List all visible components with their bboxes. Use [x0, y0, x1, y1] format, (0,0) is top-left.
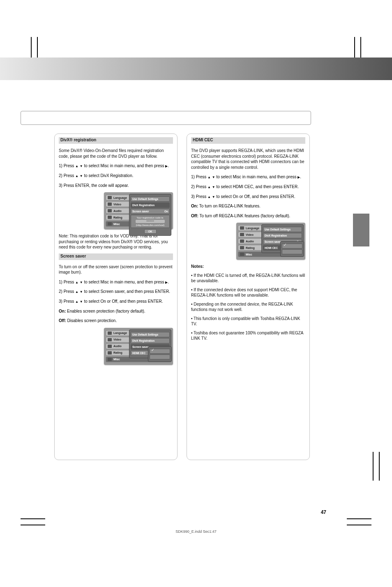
- t: This function is only compatible with To…: [191, 316, 300, 327]
- t: Language: [113, 196, 127, 199]
- t: Your registration code is:: [132, 216, 168, 219]
- t: to select DivX Registration.: [83, 173, 134, 178]
- step-text: 3) Press to select On or Off, and then p…: [59, 299, 173, 304]
- t: 3) Press: [191, 194, 208, 199]
- heading-text: Screen saver: [59, 254, 86, 258]
- up-icon: [75, 173, 78, 178]
- osd-option-off[interactable]: [282, 249, 302, 254]
- header-gradient: [0, 58, 392, 80]
- t: 2) Press: [191, 184, 208, 189]
- t: to select On or Off, and then press ENTE…: [215, 194, 295, 199]
- option-text: On: Enables screen protection (factory d…: [59, 308, 173, 314]
- heading-bar: Screen saver: [59, 253, 173, 260]
- osd-panel: Language Video Audio Rating Misc Use Def…: [236, 223, 305, 260]
- step-text: 1) Press to select Misc in main menu, an…: [59, 163, 173, 169]
- t: HDMI CEC: [265, 246, 278, 249]
- t: DivX Registration: [132, 204, 154, 207]
- osd-option-off[interactable]: [150, 355, 170, 359]
- down-icon: [80, 299, 83, 304]
- note-item: • If the HDMI CEC is turned off, the REG…: [191, 273, 305, 284]
- tab-icon: [108, 216, 112, 219]
- note-item: • Toshiba does not guarantee 100% compat…: [191, 330, 305, 341]
- t: Rating: [246, 246, 255, 249]
- t: Audio: [113, 209, 122, 212]
- t: 1) Press: [191, 175, 208, 179]
- osd-panel: Language Video Audio Rating Misc Use Def…: [104, 328, 173, 365]
- osd-code-box: Your registration code is: ******** (Htt…: [131, 215, 170, 228]
- t: Off:: [59, 318, 66, 323]
- osd-submenu: [148, 346, 172, 362]
- t: Misc: [246, 253, 252, 256]
- page: DivX® registration Some DivX® Video-On-D…: [0, 0, 392, 587]
- ok-button[interactable]: OK: [144, 229, 157, 234]
- down-icon: [80, 280, 83, 284]
- tab-icon: [240, 246, 244, 249]
- note-item: • Depending on the connected device, the…: [191, 302, 305, 313]
- t: If the HDMI CEC is turned off, the REGZA…: [191, 273, 305, 283]
- option-text: On: To turn on REGZA-LINK features.: [191, 203, 305, 209]
- note-item: • This function is only compatible with …: [191, 316, 305, 327]
- down-icon: [80, 289, 83, 294]
- tab-icon: [240, 239, 244, 243]
- t: Use Default Settings: [265, 228, 291, 231]
- down-icon: [212, 184, 215, 189]
- t: Screen saver: [265, 240, 281, 243]
- tab-icon: [108, 358, 112, 361]
- osd-row: DivX Registration: [263, 233, 302, 238]
- down-icon: [212, 175, 215, 179]
- t: Depending on the connected device, the R…: [191, 302, 293, 312]
- osd-panel: Language Video Audio Rating Misc Use Def…: [104, 192, 173, 229]
- tab-icon: [108, 222, 112, 226]
- tab-icon: [108, 331, 112, 335]
- osd-option-on[interactable]: [150, 349, 170, 354]
- t: Use Default Settings: [132, 333, 158, 336]
- t: Screen saver: [132, 345, 149, 348]
- heading-bar: DivX® registration: [59, 137, 173, 144]
- content-columns: DivX® registration Some DivX® Video-On-D…: [54, 134, 310, 460]
- tab-icon: [108, 196, 112, 199]
- t: Use Default Settings: [132, 198, 158, 200]
- down-icon: [80, 163, 83, 168]
- t: 1) Press: [59, 163, 75, 168]
- step-text: 2) Press to select DivX Registration.: [59, 173, 173, 179]
- tab-icon: [108, 345, 112, 348]
- tab-icon: [240, 226, 244, 230]
- osd-popup: Use Default Settings DivX Registration S…: [261, 224, 304, 253]
- t: Toshiba does not guarantee 100% compatib…: [191, 331, 303, 341]
- up-icon: [208, 184, 211, 189]
- t: On:: [191, 204, 198, 208]
- tab-icon: [108, 209, 112, 212]
- tab-icon: [108, 338, 112, 341]
- t: If the connected device does not support…: [191, 288, 297, 298]
- code-mask: ********: [136, 220, 165, 223]
- down-icon: [212, 194, 215, 199]
- down-icon: [80, 173, 83, 178]
- crop-mark: [379, 452, 380, 481]
- osd-option-on[interactable]: [282, 244, 302, 249]
- right-icon: [165, 280, 168, 284]
- t: Enables screen protection (factory defau…: [66, 309, 145, 313]
- notes-heading: Notes:: [191, 264, 305, 269]
- t: 2) Press: [59, 173, 75, 178]
- crop-mark: [347, 525, 371, 525]
- t: 2) Press: [59, 289, 75, 294]
- tab-icon: [240, 233, 244, 236]
- side-tab: [353, 214, 369, 246]
- note-item: • If the connected device does not suppo…: [191, 287, 305, 298]
- t: Misc: [113, 358, 120, 361]
- section-title-box: [21, 111, 311, 125]
- t: Audio: [113, 345, 122, 348]
- t: Language: [246, 227, 259, 230]
- step-text: 2) Press to select HDMI CEC, and then pr…: [191, 184, 305, 190]
- t: Rating: [113, 216, 122, 219]
- tab-icon: [108, 203, 112, 206]
- footer-text: SDK990_E.indd Sec1:47: [0, 529, 392, 534]
- t: To turn off REGZA-LINK features (factory…: [198, 214, 291, 218]
- t: Misc: [113, 223, 120, 226]
- t: 1) Press: [59, 280, 75, 284]
- t: Video: [246, 233, 254, 236]
- osd-popup: Use Default Settings DivX Registration S…: [129, 194, 171, 236]
- t: Language: [113, 331, 127, 334]
- desc-text: Some DivX® Video-On-Demand files require…: [59, 148, 173, 159]
- t: to select On or Off, and then press ENTE…: [83, 299, 163, 304]
